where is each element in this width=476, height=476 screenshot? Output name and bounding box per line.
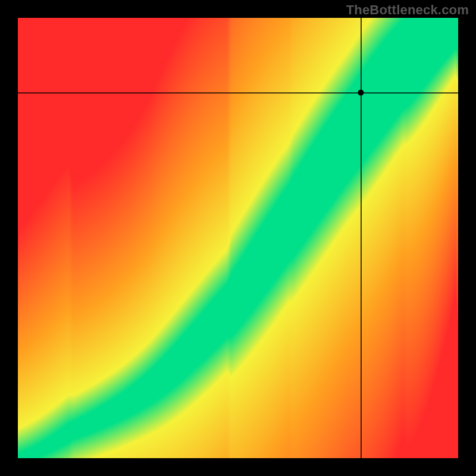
bottleneck-heatmap [18,18,458,458]
watermark-text: TheBottleneck.com [346,2,469,18]
chart-frame: TheBottleneck.com [0,0,476,476]
